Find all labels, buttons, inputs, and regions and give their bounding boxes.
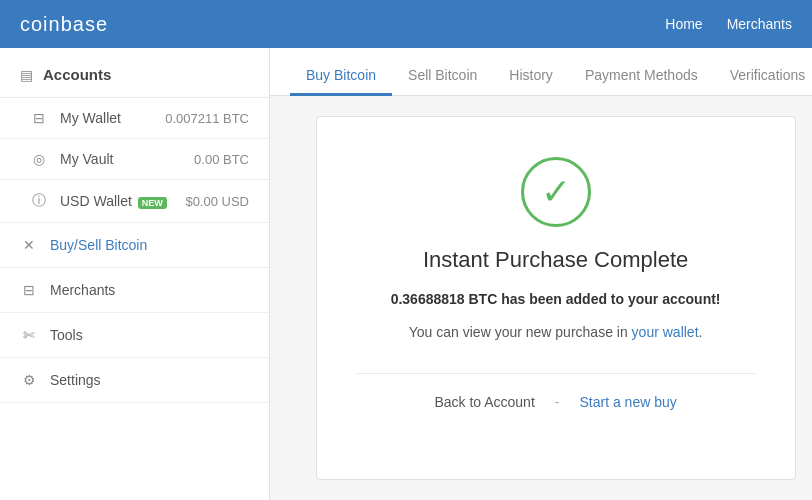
nav-links: Home Merchants (665, 16, 792, 32)
accounts-section-header: ▤ Accounts (0, 48, 269, 98)
main-content: Buy Bitcoin Sell Bitcoin History Payment… (270, 48, 812, 500)
tools-icon: ✄ (20, 327, 38, 343)
usd-wallet-icon: ⓘ (30, 192, 48, 210)
logo: coinbase (20, 13, 108, 36)
success-title: Instant Purchase Complete (423, 247, 688, 273)
sidebar-item-tools[interactable]: ✄ Tools (0, 313, 269, 358)
success-icon-circle: ✓ (521, 157, 591, 227)
nav-merchants[interactable]: Merchants (727, 16, 792, 32)
tab-payment-methods[interactable]: Payment Methods (569, 53, 714, 96)
tabs-bar: Buy Bitcoin Sell Bitcoin History Payment… (270, 48, 812, 96)
success-note-prefix: You can view your new purchase in (409, 324, 632, 340)
sidebar-item-merchants[interactable]: ⊟ Merchants (0, 268, 269, 313)
vault-icon: ◎ (30, 151, 48, 167)
sidebar-item-my-vault[interactable]: ◎ My Vault 0.00 BTC (0, 139, 269, 180)
success-card: ✓ Instant Purchase Complete 0.36688818 B… (316, 116, 796, 480)
success-note: You can view your new purchase in your w… (409, 322, 703, 343)
success-divider (357, 373, 755, 374)
new-badge: NEW (138, 197, 167, 209)
success-actions: Back to Account - Start a new buy (434, 394, 676, 410)
header: coinbase Home Merchants (0, 0, 812, 48)
content-area: ✓ Instant Purchase Complete 0.36688818 B… (270, 96, 812, 500)
sidebar-item-my-wallet[interactable]: ⊟ My Wallet 0.007211 BTC (0, 98, 269, 139)
tab-sell-bitcoin[interactable]: Sell Bitcoin (392, 53, 493, 96)
settings-label: Settings (50, 372, 101, 388)
usd-wallet-label: USD WalletNEW (60, 193, 185, 209)
my-wallet-label: My Wallet (60, 110, 165, 126)
back-to-account-link[interactable]: Back to Account (434, 394, 534, 410)
usd-wallet-value: $0.00 USD (185, 194, 249, 209)
sidebar-item-usd-wallet[interactable]: ⓘ USD WalletNEW $0.00 USD (0, 180, 269, 223)
nav-home[interactable]: Home (665, 16, 702, 32)
tab-verifications[interactable]: Verifications (714, 53, 812, 96)
checkmark-icon: ✓ (541, 174, 571, 210)
tab-history[interactable]: History (493, 53, 569, 96)
accounts-folder-icon: ▤ (20, 67, 33, 83)
merchants-label: Merchants (50, 282, 115, 298)
your-wallet-link[interactable]: your wallet (632, 324, 699, 340)
sidebar-item-settings[interactable]: ⚙ Settings (0, 358, 269, 403)
wallet-icon: ⊟ (30, 110, 48, 126)
merchants-icon: ⊟ (20, 282, 38, 298)
settings-icon: ⚙ (20, 372, 38, 388)
sidebar-item-buy-sell[interactable]: ✕ Buy/Sell Bitcoin (0, 223, 269, 268)
success-note-suffix: . (699, 324, 703, 340)
accounts-section-title: Accounts (43, 66, 111, 83)
my-vault-label: My Vault (60, 151, 194, 167)
sidebar: ▤ Accounts ⊟ My Wallet 0.007211 BTC ◎ My… (0, 48, 270, 500)
actions-separator: - (555, 394, 560, 410)
my-vault-value: 0.00 BTC (194, 152, 249, 167)
my-wallet-value: 0.007211 BTC (165, 111, 249, 126)
start-new-buy-link[interactable]: Start a new buy (579, 394, 676, 410)
tools-label: Tools (50, 327, 83, 343)
tab-buy-bitcoin[interactable]: Buy Bitcoin (290, 53, 392, 96)
layout: ▤ Accounts ⊟ My Wallet 0.007211 BTC ◎ My… (0, 48, 812, 500)
buy-sell-icon: ✕ (20, 237, 38, 253)
buy-sell-label: Buy/Sell Bitcoin (50, 237, 147, 253)
success-detail: 0.36688818 BTC has been added to your ac… (391, 289, 721, 310)
